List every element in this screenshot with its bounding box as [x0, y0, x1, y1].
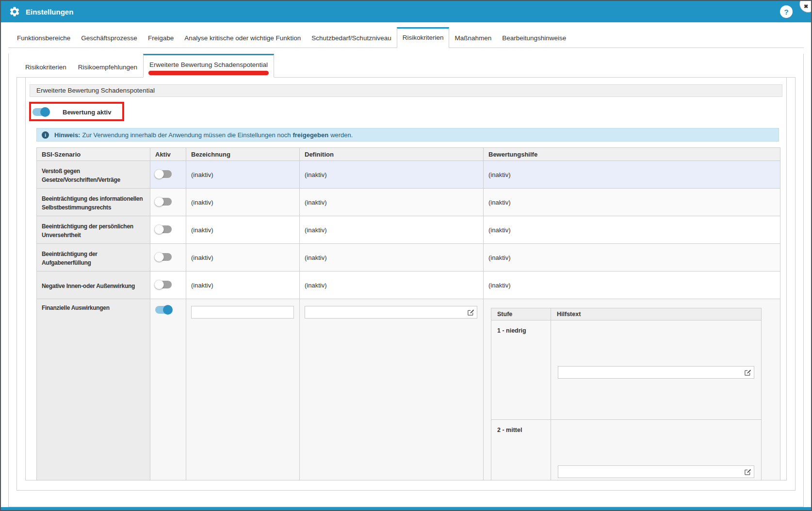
gear-icon	[9, 6, 20, 17]
bezeichnung-value: (inaktiv)	[186, 216, 300, 244]
scenario-name: Finanzielle Auswirkungen	[37, 299, 150, 481]
scenario-aktiv-cell	[150, 189, 186, 216]
col-header-stufe: Stufe	[491, 308, 551, 320]
toggle-knob	[154, 169, 164, 179]
sub-tab-content-panel: Erweiterte Bewertung Schadenspotential B…	[16, 78, 796, 491]
tab-schutzbedarf[interactable]: Schutzbedarf/Schutzniveau	[306, 28, 396, 48]
toggle-knob	[163, 305, 173, 315]
annotation-red-underline	[148, 71, 269, 75]
scenario-toggle-off[interactable]	[155, 281, 172, 288]
tab-massnahmen[interactable]: Maßnahmen	[449, 28, 497, 48]
subtab-erweiterte-bewertung[interactable]: Erweiterte Bewertung Schadenspotential	[143, 54, 274, 78]
scenario-toggle-off[interactable]	[155, 170, 172, 178]
notice-bar: i Hinweis: Zur Verwendung innerhalb der …	[36, 128, 779, 142]
notice-bold-word: freigegeben	[292, 131, 328, 139]
toggle-knob	[154, 280, 164, 289]
col-header-bsi-szenario: BSI-Szenario	[37, 148, 150, 161]
bewertungshilfe-value: (inaktiv)	[484, 161, 780, 189]
col-header-bezeichnung: Bezeichnung	[186, 148, 300, 161]
notice-suffix: werden.	[330, 131, 353, 139]
tab-bearbeitungshinweise[interactable]: Bearbeitungshinweise	[497, 28, 571, 48]
app-header-bar: Einstellungen ? ✖	[1, 1, 811, 22]
toggle-knob	[154, 252, 164, 262]
level-row: 1 - niedrig	[491, 320, 762, 420]
bewertungshilfe-cell: Stufe Hilfstext 1 - niedrig	[484, 299, 780, 481]
stufe-hilfstext-table: Stufe Hilfstext 1 - niedrig	[491, 308, 762, 480]
level-label: 1 - niedrig	[491, 320, 551, 420]
notice-label: Hinweis:	[54, 131, 80, 139]
bewertung-aktiv-label: Bewertung aktiv	[63, 109, 111, 116]
definition-cell	[300, 299, 484, 481]
level-row: 2 - mittel	[491, 420, 762, 481]
level-label: 2 - mittel	[491, 420, 551, 481]
tab-analyse-kritische-funktion[interactable]: Analyse kritische oder wichtige Funktion	[179, 28, 306, 48]
edit-icon[interactable]	[467, 309, 474, 316]
col-header-aktiv: Aktiv	[150, 148, 186, 161]
scenario-name: Negative Innen-oder Außenwirkung	[37, 271, 150, 299]
toggle-knob	[40, 107, 50, 117]
definition-value: (inaktiv)	[300, 216, 484, 244]
sub-tab-bar: Risikokriterien Risikoempfehlungen Erwei…	[16, 54, 796, 78]
hilfstext-input[interactable]	[558, 465, 754, 478]
definition-value: (inaktiv)	[300, 244, 484, 271]
scenario-aktiv-cell	[150, 299, 186, 481]
bezeichnung-cell	[186, 299, 300, 481]
scenario-aktiv-cell	[150, 244, 186, 271]
erweiterte-bewertung-content: Erweiterte Bewertung Schadenspotential B…	[25, 78, 787, 480]
scenario-name: Beeinträchtigung des informationellen Se…	[37, 189, 150, 216]
help-icon[interactable]: ?	[780, 5, 793, 18]
table-row-finanzielle-auswirkungen: Finanzielle Auswirkungen	[37, 299, 780, 481]
notice-text: Zur Verwendung innerhalb der Anwendung m…	[82, 131, 291, 139]
table-row: Beeinträchtigung der persönlichen Unvers…	[37, 216, 780, 244]
bewertungshilfe-value: (inaktiv)	[484, 189, 780, 216]
table-row: Beeinträchtigung der Aufgabenerfüllung (…	[37, 244, 780, 271]
tab-geschaeftsprozesse[interactable]: Geschäftsprozesse	[76, 28, 143, 48]
scenario-toggle-off[interactable]	[155, 225, 172, 233]
scenario-name: Beeinträchtigung der persönlichen Unvers…	[37, 216, 150, 244]
table-header-row: Stufe Hilfstext	[491, 308, 762, 320]
bezeichnung-value: (inaktiv)	[186, 161, 300, 189]
risikokriterien-panel: Risikokriterien Risikoempfehlungen Erwei…	[8, 54, 804, 507]
toggle-knob	[154, 197, 164, 207]
subtab-risikoempfehlungen[interactable]: Risikoempfehlungen	[72, 57, 143, 78]
bewertung-aktiv-toggle[interactable]	[32, 108, 49, 116]
toggle-knob	[154, 224, 164, 234]
info-icon: i	[42, 131, 49, 139]
edit-icon[interactable]	[744, 468, 751, 476]
col-header-bewertungshilfe: Bewertungshilfe	[484, 148, 780, 161]
bezeichnung-value: (inaktiv)	[186, 271, 300, 299]
table-header-row: BSI-Szenario Aktiv Bezeichnung Definitio…	[37, 148, 780, 161]
tab-funktionsbereiche[interactable]: Funktionsbereiche	[12, 28, 76, 48]
subtab-risikokriterien[interactable]: Risikokriterien	[19, 57, 72, 78]
bezeichnung-value: (inaktiv)	[186, 244, 300, 271]
col-header-hilfstext: Hilfstext	[551, 308, 762, 320]
window-bottom-accent	[1, 507, 811, 510]
level-hilfstext-cell	[551, 320, 762, 420]
table-row: Negative Innen-oder Außenwirkung (inakti…	[37, 271, 780, 299]
bewertungshilfe-value: (inaktiv)	[484, 244, 780, 271]
page-title: Einstellungen	[26, 8, 73, 16]
scenario-name: Beeinträchtigung der Aufgabenerfüllung	[37, 244, 150, 271]
bezeichnung-value: (inaktiv)	[186, 189, 300, 216]
settings-window: Einstellungen ? ✖ Funktionsbereiche Gesc…	[0, 0, 812, 511]
table-row: Beeinträchtigung des informationellen Se…	[37, 189, 780, 216]
scenario-aktiv-cell	[150, 271, 186, 299]
scenario-toggle-off[interactable]	[155, 253, 172, 261]
bezeichnung-input[interactable]	[191, 306, 294, 319]
bsi-szenario-table: BSI-Szenario Aktiv Bezeichnung Definitio…	[36, 147, 780, 480]
col-header-definition: Definition	[300, 148, 484, 161]
tab-freigabe[interactable]: Freigabe	[143, 28, 179, 48]
hilfstext-input[interactable]	[558, 366, 754, 379]
bewertungshilfe-value: (inaktiv)	[484, 216, 780, 244]
close-icon[interactable]: ✖	[799, 0, 812, 13]
definition-input[interactable]	[305, 306, 477, 319]
tab-risikokriterien[interactable]: Risikokriterien	[397, 27, 450, 48]
definition-value: (inaktiv)	[300, 271, 484, 299]
scenario-toggle-on[interactable]	[155, 306, 172, 314]
table-row: Verstoß gegen Gesetze/Vorschriften/Vertr…	[37, 161, 780, 189]
bewertung-aktiv-row: Bewertung aktiv	[32, 102, 782, 122]
scenario-aktiv-cell	[150, 161, 186, 189]
edit-icon[interactable]	[744, 369, 751, 376]
scenario-name: Verstoß gegen Gesetze/Vorschriften/Vertr…	[37, 161, 150, 189]
scenario-toggle-off[interactable]	[155, 198, 172, 206]
